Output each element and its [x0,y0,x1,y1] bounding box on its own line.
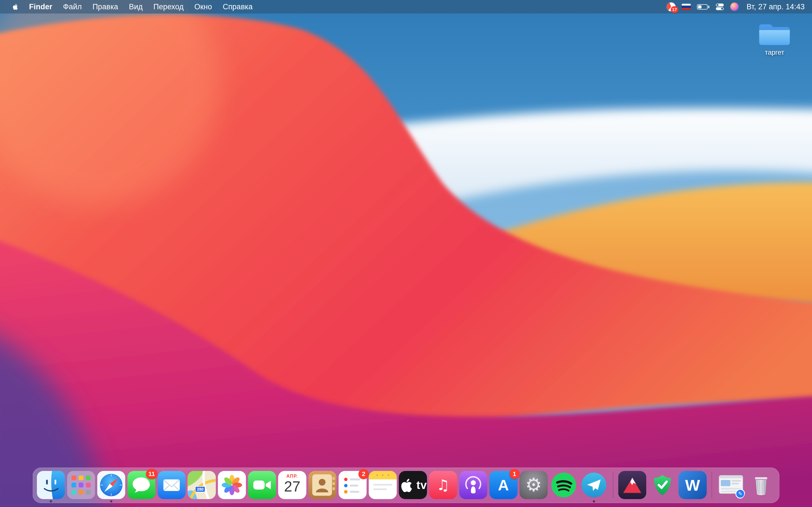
dock-screenshot-preview[interactable]: ✎ [717,471,745,499]
browser-status-item[interactable]: 17 [667,3,675,11]
mountain-app-icon [618,471,647,499]
menu-view[interactable]: Вид [123,0,148,13]
browser-notification-badge: 17 [671,6,678,13]
maps-icon: 280 [188,471,216,499]
menu-bar-status-area: 17 Вт, 27 апр. 14:43 [667,0,805,13]
dock-trash[interactable] [747,471,775,499]
music-icon: ♫ [429,471,457,499]
dock-calendar[interactable]: АПР. 27 [278,471,306,499]
maps-road-sign: 280 [195,486,206,492]
dock-contacts[interactable] [308,471,337,499]
folder-label: таргет [765,48,784,56]
word-logo-text: W [685,476,700,494]
running-indicator [593,500,595,503]
safari-icon [97,471,125,499]
apple-menu[interactable] [7,3,24,10]
app-store-badge: 1 [509,469,520,479]
launchpad-icon [67,471,95,499]
menu-help[interactable]: Справка [217,0,258,13]
running-indicator [50,500,52,503]
telegram-icon [580,471,608,499]
dock-mail[interactable] [158,471,186,499]
running-indicator [110,500,112,503]
battery-nub [708,6,709,8]
menu-window[interactable]: Окно [189,0,217,13]
pencil-icon: ✎ [738,491,742,496]
menu-file[interactable]: Файл [58,0,87,13]
word-icon: W [679,471,707,499]
apple-logo-icon [399,471,415,499]
tv-logo-text: tv [416,479,427,492]
podcasts-icon [459,471,488,499]
apple-logo-icon [12,3,19,10]
screenshot-preview-icon: ✎ [717,471,745,499]
security-shield-icon [649,471,677,499]
notes-icon [369,471,397,499]
battery-icon[interactable] [697,4,709,10]
finder-icon [37,471,65,499]
facetime-icon [248,471,276,499]
app-store-logo-text: A [498,476,509,494]
apple-tv-icon: tv [399,471,427,499]
mail-icon [158,471,186,499]
app-menu-finder[interactable]: Finder [24,0,58,13]
gear-icon: ⚙ [525,476,542,494]
menu-go[interactable]: Переход [148,0,189,13]
dock-facetime[interactable] [248,471,276,499]
dock-photos[interactable] [218,471,246,499]
markup-pencil-badge: ✎ [735,489,745,499]
flag-stripe-red [682,8,691,10]
battery-fill [698,5,702,8]
control-center-icon[interactable] [716,3,724,11]
dock-safari[interactable] [97,471,125,499]
dock-finder[interactable] [37,471,65,499]
messages-badge: 11 [146,469,157,479]
dock-launchpad[interactable] [67,471,95,499]
dock-spotify[interactable] [550,471,578,499]
dock-podcasts[interactable] [459,471,488,499]
dock-mountain-app[interactable] [618,471,647,499]
music-note-icon: ♫ [437,478,450,492]
dock-telegram[interactable] [580,471,608,499]
dock-reminders[interactable]: 2 [339,471,367,499]
dock-music[interactable]: ♫ [429,471,457,499]
trash-icon [747,471,775,499]
calendar-day: 27 [284,479,301,494]
dock-divider [712,472,712,498]
menu-edit[interactable]: Правка [87,0,123,13]
menu-bar-clock[interactable]: Вт, 27 апр. 14:43 [747,3,805,11]
dock-maps[interactable]: 280 [188,471,216,499]
dock-messages[interactable]: 11 [128,471,156,499]
battery-body [697,4,708,10]
dock-app-store[interactable]: A 1 [490,471,518,499]
dock: 11 280 [33,467,779,503]
calendar-icon: АПР. 27 [278,471,306,499]
dock-system-preferences[interactable]: ⚙ [520,471,548,499]
dock-word[interactable]: W [679,471,707,499]
folder-icon [758,21,791,47]
dock-apple-tv[interactable]: tv [399,471,427,499]
menu-bar-left: Finder Файл Правка Вид Переход Окно Спра… [7,0,258,13]
flag-stripe-blue [682,6,691,8]
reminders-badge: 2 [359,469,369,479]
dock-notes[interactable] [369,471,397,499]
spotify-icon [550,471,578,499]
system-preferences-icon: ⚙ [520,471,548,499]
desktop-wallpaper [0,0,812,507]
dock-security-shield[interactable] [649,471,677,499]
dock-divider [613,472,613,498]
language-flag-ru-icon[interactable] [682,4,691,10]
siri-icon[interactable] [730,3,739,11]
flag-stripe-white [682,4,691,6]
menu-bar: Finder Файл Правка Вид Переход Окно Спра… [0,0,812,13]
contacts-icon [308,471,337,499]
desktop-folder-target[interactable]: таргет [753,21,796,56]
photos-icon [218,471,246,499]
